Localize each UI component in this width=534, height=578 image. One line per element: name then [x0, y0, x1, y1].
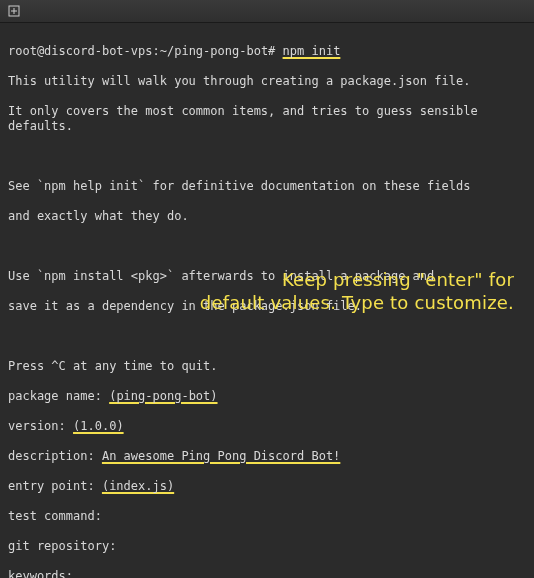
output-line: It only covers the most common items, an…	[8, 104, 526, 134]
output-blank	[8, 329, 526, 344]
input-description: An awesome Ping Pong Discord Bot!	[102, 449, 340, 463]
output-line: See `npm help init` for definitive docum…	[8, 179, 526, 194]
output-line: Press ^C at any time to quit.	[8, 359, 526, 374]
prompt-version: version: (1.0.0)	[8, 419, 526, 434]
annotation-line-1: Keep pressing "enter" for	[200, 268, 514, 291]
annotation-text: Keep pressing "enter" for default values…	[200, 268, 514, 315]
output-blank	[8, 149, 526, 164]
output-blank	[8, 239, 526, 254]
input-version: (1.0.0)	[73, 419, 124, 433]
annotation-line-2: default values. Type to customize.	[200, 291, 514, 314]
input-entry-point: (index.js)	[102, 479, 174, 493]
prompt-path: ~/ping-pong-bot	[160, 44, 268, 58]
command-npm-init: npm init	[283, 44, 341, 58]
output-line: and exactly what they do.	[8, 209, 526, 224]
prompt-line-1: root@discord-bot-vps:~/ping-pong-bot# np…	[8, 44, 526, 59]
prompt-test-command: test command:	[8, 509, 526, 524]
prompt-keywords: keywords:	[8, 569, 526, 578]
prompt-user: root@discord-bot-vps	[8, 44, 153, 58]
titlebar	[0, 0, 534, 23]
prompt-entry-point: entry point: (index.js)	[8, 479, 526, 494]
new-tab-icon[interactable]	[6, 3, 22, 19]
prompt-package-name: package name: (ping-pong-bot)	[8, 389, 526, 404]
output-line: This utility will walk you through creat…	[8, 74, 526, 89]
prompt-description: description: An awesome Ping Pong Discor…	[8, 449, 526, 464]
input-package-name: (ping-pong-bot)	[109, 389, 217, 403]
prompt-git-repository: git repository:	[8, 539, 526, 554]
